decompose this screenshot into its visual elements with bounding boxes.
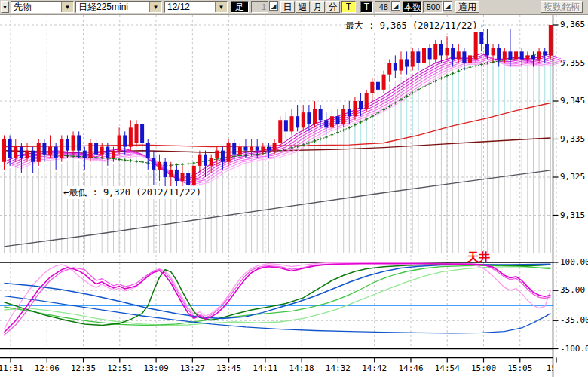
ceiling-annotation: 天井 bbox=[467, 250, 490, 265]
min-price-annotation: ←最低 : 9,320 (2012/11/22) bbox=[63, 186, 201, 199]
chart-application-window: ▼ 先物 ▼ 日経225mini ▼ 12/12 ▼ 足 1 ◢ 日 週 月 分… bbox=[0, 0, 588, 377]
max-price-annotation: 最大 : 9,365 (2012/11/22)→ bbox=[345, 20, 483, 32]
